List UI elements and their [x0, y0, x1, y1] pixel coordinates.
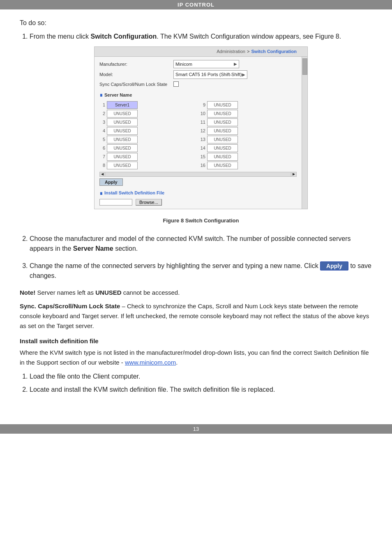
- figure-side-bar: Manufacturer: Minicom ▶ Model:: [95, 57, 307, 209]
- step3-text-before: Change the name of the connected servers…: [30, 262, 320, 269]
- bottom-bar: 13: [0, 424, 392, 434]
- server-num-2: 2: [99, 110, 105, 117]
- server-input-15[interactable]: UNUSED: [207, 153, 238, 161]
- note-paragraph: Note! Server names left as UNUSED cannot…: [20, 288, 372, 298]
- install-section-header: ∎ Install Switch Definition File: [99, 189, 297, 197]
- install-section-link[interactable]: Install Switch Definition File: [104, 190, 164, 196]
- page-number: 13: [193, 426, 199, 432]
- step2-bold: Server Name: [73, 245, 113, 252]
- intro-text: To do so:: [20, 19, 372, 27]
- manufacturer-select[interactable]: Minicom ▶: [173, 60, 239, 69]
- server-input-12[interactable]: UNUSED: [207, 127, 238, 135]
- server-input-14[interactable]: UNUSED: [207, 144, 238, 152]
- server-row-left-6: 6UNUSED: [99, 144, 196, 152]
- server-num-3: 3: [99, 119, 105, 126]
- server-row-left-2: 2UNUSED: [99, 110, 196, 118]
- install-sub-step-1: Load the file onto the Client computer.: [30, 372, 372, 381]
- model-row: Model: Smart CAT5 16 Ports (Shift-Shift)…: [99, 70, 297, 79]
- server-input-11[interactable]: UNUSED: [207, 118, 238, 126]
- server-row-right-7: 15UNUSED: [200, 153, 297, 161]
- browse-row: Browse...: [99, 199, 297, 206]
- server-input-7[interactable]: UNUSED: [107, 153, 138, 161]
- browse-button[interactable]: Browse...: [136, 199, 162, 206]
- apply-inline-button[interactable]: Apply: [320, 261, 348, 270]
- manufacturer-row: Manufacturer: Minicom ▶: [99, 60, 297, 69]
- breadcrumb: Administration > Switch Configuration: [217, 48, 297, 55]
- install-icon: ∎: [99, 189, 103, 197]
- figure-container: Administration > Switch Configuration Ma…: [94, 46, 308, 209]
- server-num-6: 6: [99, 145, 105, 152]
- step1-text-after: . The KVM Switch Configuration window ap…: [157, 33, 341, 40]
- server-input-9[interactable]: UNUSED: [207, 101, 238, 109]
- server-num-8: 8: [99, 162, 105, 169]
- model-value: Smart CAT5 16 Ports (Shift-Shift): [175, 71, 242, 78]
- install-sub-step-2: Locate and install the KVM switch defini…: [30, 385, 372, 395]
- install-para: Where the KVM switch type is not listed …: [20, 348, 372, 367]
- breadcrumb-admin: Administration: [217, 48, 245, 55]
- server-num-13: 13: [200, 136, 205, 143]
- top-bar-title: IP CONTROL: [178, 2, 214, 8]
- server-input-4[interactable]: UNUSED: [107, 127, 138, 135]
- server-row-right-6: 14UNUSED: [200, 144, 297, 152]
- server-input-3[interactable]: UNUSED: [107, 118, 138, 126]
- server-input-5[interactable]: UNUSED: [107, 136, 138, 143]
- top-bar: IP CONTROL: [0, 0, 392, 9]
- step-3: Change the name of the connected servers…: [30, 261, 372, 281]
- sync-checkbox[interactable]: [173, 81, 179, 87]
- main-steps-list: From the menu click Switch Configuration…: [30, 32, 372, 281]
- scrollbar-h-left[interactable]: ◀: [99, 172, 105, 177]
- server-input-16[interactable]: UNUSED: [207, 162, 238, 169]
- model-label: Model:: [99, 71, 173, 78]
- server-row-left-8: 8UNUSED: [99, 162, 196, 169]
- figure-main: Manufacturer: Minicom ▶ Model:: [95, 57, 302, 209]
- note-label: Note!: [20, 289, 35, 296]
- figure-scrollbar-right: [302, 57, 307, 209]
- install-para2: .: [176, 359, 178, 366]
- scrollbar-h-container: ◀ ▶: [99, 172, 297, 177]
- server-row-left-7: 7UNUSED: [99, 153, 196, 161]
- server-num-9: 9: [200, 102, 205, 109]
- server-input-13[interactable]: UNUSED: [207, 136, 238, 143]
- server-input-8[interactable]: UNUSED: [107, 162, 138, 169]
- server-row-right-4: 12UNUSED: [200, 127, 297, 135]
- server-num-4: 4: [99, 127, 105, 134]
- apply-button[interactable]: Apply: [99, 178, 123, 186]
- model-select-box[interactable]: Smart CAT5 16 Ports (Shift-Shift) ▶: [173, 70, 247, 79]
- server-num-10: 10: [200, 110, 205, 117]
- server-num-12: 12: [200, 127, 205, 134]
- breadcrumb-sep: >: [247, 48, 249, 55]
- server-input-2[interactable]: UNUSED: [107, 110, 138, 118]
- step1-bold: Switch Configuration: [90, 33, 157, 40]
- server-name-grid: 1Server19UNUSED2UNUSED10UNUSED3UNUSED11U…: [99, 101, 297, 169]
- breadcrumb-current: Switch Configuration: [251, 48, 297, 55]
- server-num-11: 11: [200, 119, 205, 126]
- server-row-right-1: 9UNUSED: [200, 101, 297, 109]
- note-bold2: UNUSED: [95, 289, 121, 296]
- server-num-1: 1: [99, 102, 105, 109]
- step2-text-after: section.: [113, 245, 138, 252]
- model-select[interactable]: Smart CAT5 16 Ports (Shift-Shift) ▶: [173, 70, 247, 79]
- server-num-14: 14: [200, 145, 205, 152]
- server-num-16: 16: [200, 162, 205, 169]
- sync-checkbox-container[interactable]: [173, 81, 179, 87]
- sync-row: Sync Caps/Scroll/Num Lock State: [99, 81, 297, 88]
- step1-text-before: From the menu click: [30, 33, 90, 40]
- server-num-5: 5: [99, 136, 105, 143]
- manufacturer-arrow-icon: ▶: [234, 61, 237, 67]
- server-row-right-8: 16UNUSED: [200, 162, 297, 169]
- server-row-left-5: 5UNUSED: [99, 136, 196, 143]
- server-row-left-3: 3UNUSED: [99, 118, 196, 126]
- server-row-right-3: 11UNUSED: [200, 118, 297, 126]
- manufacturer-select-box[interactable]: Minicom ▶: [173, 60, 239, 69]
- install-section-title: Install switch definition file: [20, 337, 372, 344]
- server-input-10[interactable]: UNUSED: [207, 110, 238, 118]
- scrollbar-thumb: [302, 58, 307, 75]
- server-input-6[interactable]: UNUSED: [107, 144, 138, 152]
- sync-desc-label: Sync. Caps/Scroll/Num Lock State: [20, 303, 120, 310]
- scrollbar-h-right[interactable]: ▶: [291, 172, 297, 177]
- install-link[interactable]: www.minicom.com: [125, 359, 176, 366]
- scrollbar-h-track: [105, 172, 291, 177]
- server-row-left-4: 4UNUSED: [99, 127, 196, 135]
- file-input[interactable]: [99, 199, 132, 206]
- server-input-1[interactable]: Server1: [107, 101, 138, 109]
